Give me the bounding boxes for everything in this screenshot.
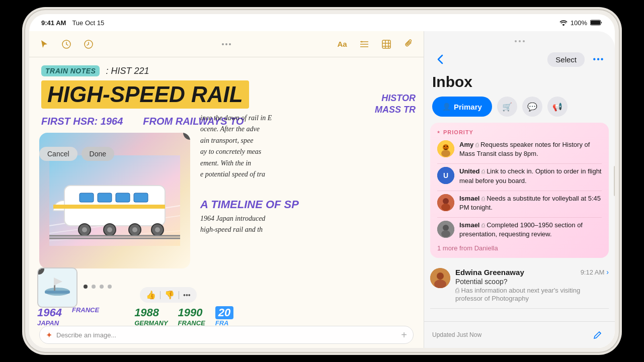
timeline-body-text: 1964 Japan introducedhigh-speed rail and… xyxy=(200,213,416,236)
attachment-icon[interactable] xyxy=(401,37,416,51)
sender-united: United xyxy=(459,167,479,175)
avatar-edwina xyxy=(430,268,450,288)
priority-item-ismael1[interactable]: Ismael ⎙ Needs a substitute for volleyba… xyxy=(437,194,602,212)
year-number-1988: 1988 xyxy=(134,306,159,319)
timeline-heading-area: A TIMELINE OF SP xyxy=(200,198,299,211)
priority-label-text: PRIORITY xyxy=(443,129,473,135)
notes-content: TRAIN NOTES : HIST 221 HIGH-SPEED RAIL H… xyxy=(29,57,424,348)
list-icon[interactable] xyxy=(357,37,371,51)
mail-item-content-edwina: Edwina Greenaway 9:12 AM › Potential sco… xyxy=(455,268,609,304)
mail-more-button[interactable]: ••• xyxy=(591,51,607,67)
year-france1: FRANCE xyxy=(72,306,99,314)
thumb-up-icon[interactable]: 👍 xyxy=(146,290,156,300)
cursor-icon[interactable] xyxy=(37,37,51,51)
thumbnail-svg xyxy=(40,273,75,303)
note-subtitle: : HIST 221 xyxy=(106,66,149,76)
mail-bottom-bar: Updated Just Now xyxy=(424,321,615,348)
avatar-amy xyxy=(437,140,454,157)
dot-1 xyxy=(222,43,224,45)
carousel-indicators xyxy=(84,285,112,289)
avatar-ismael2 xyxy=(437,221,454,238)
mail-top-dot-2 xyxy=(519,40,521,42)
battery-percent: 100% xyxy=(571,19,587,27)
sender-ismael2: Ismael xyxy=(459,221,479,229)
dot-2 xyxy=(225,43,227,45)
more-from-text[interactable]: 1 more from Daniella xyxy=(437,244,602,252)
year-number-1990: 1990 xyxy=(178,306,203,319)
priority-label: ⭑ PRIORITY xyxy=(437,129,602,135)
mail-select-button[interactable]: Select xyxy=(547,52,585,67)
year-20: 20 FRA xyxy=(215,306,233,327)
svg-point-28 xyxy=(132,227,137,232)
priority-divider-1 xyxy=(437,163,602,164)
year-number-20: 20 xyxy=(215,306,233,319)
mail-subject-edwina: Potential scoop? xyxy=(455,278,609,286)
svg-rect-22 xyxy=(53,205,165,209)
dot-indicator-1[interactable] xyxy=(84,285,88,289)
avatar-ismael1 xyxy=(437,194,454,211)
mail-top-dot-3 xyxy=(523,40,525,42)
svg-point-40 xyxy=(441,150,450,157)
dot-indicator-2[interactable] xyxy=(92,285,96,289)
ai-add-button[interactable]: + xyxy=(401,329,407,341)
svg-rect-8 xyxy=(382,40,390,48)
svg-rect-19 xyxy=(98,193,112,202)
mail-time-text: 9:12 AM xyxy=(581,268,605,276)
mail-list: Edwina Greenaway 9:12 AM › Potential sco… xyxy=(424,263,615,322)
svg-point-24 xyxy=(82,227,87,232)
inbox-title: Inbox xyxy=(424,73,615,97)
done-button[interactable]: Done xyxy=(82,147,114,161)
priority-divider-3 xyxy=(437,217,602,218)
priority-item-ismael2[interactable]: Ismael ⎙ Completed 1900–1950 section of … xyxy=(437,221,602,239)
svg-rect-21 xyxy=(134,193,148,202)
history-icon[interactable] xyxy=(59,37,73,51)
tab-shopping[interactable]: 🛒 xyxy=(497,97,517,117)
mail-sender-edwina: Edwina Greenaway xyxy=(455,268,524,277)
svg-point-49 xyxy=(443,225,449,231)
svg-point-30 xyxy=(155,227,160,232)
forward-icon-ismael1: ⎙ xyxy=(481,196,487,202)
svg-point-46 xyxy=(443,198,449,204)
note-subheading1: FIRST HSR: 1964 xyxy=(41,116,123,127)
redo-icon[interactable] xyxy=(82,37,96,51)
priority-divider-2 xyxy=(437,191,602,191)
mail-back-button[interactable] xyxy=(432,51,448,67)
priority-text-ismael1: Ismael ⎙ Needs a substitute for volleyba… xyxy=(459,194,602,212)
thumbnail-container: − xyxy=(37,267,77,308)
table-icon[interactable] xyxy=(379,37,393,51)
mail-panel: Select ••• Inbox 👤 Primary 🛒 💬 xyxy=(424,31,615,348)
year-label-france: FRANCE xyxy=(72,306,99,314)
forward-icon-amy: ⎙ xyxy=(475,142,480,148)
priority-text-united: United ⎙ Link to check in. Option to ord… xyxy=(459,167,602,185)
cancel-done-bar: Cancel Done xyxy=(39,147,114,161)
person-icon: 👤 xyxy=(442,103,451,111)
more-reactions-button[interactable]: ••• xyxy=(183,291,191,299)
tab-primary-label: Primary xyxy=(454,103,482,111)
priority-item-amy[interactable]: Amy ⎙ Requests speaker notes for History… xyxy=(437,140,602,158)
body-text-area: ince the dawn of rail in E ocene. After … xyxy=(200,113,416,184)
dot-indicator-3[interactable] xyxy=(100,285,104,289)
mail-top-dot-1 xyxy=(515,40,517,42)
thumb-down-icon[interactable]: 👎 xyxy=(165,290,175,300)
tab-primary[interactable]: 👤 Primary xyxy=(432,97,492,117)
text-format-icon[interactable]: Aa xyxy=(335,37,349,51)
svg-point-42 xyxy=(447,146,448,147)
year-1988: 1988 GERMANY xyxy=(134,306,168,327)
ai-placeholder-text[interactable]: Describe an image... xyxy=(56,331,116,339)
svg-point-26 xyxy=(107,227,112,232)
mail-item-header-edwina: Edwina Greenaway 9:12 AM › xyxy=(455,268,609,277)
mail-item-edwina[interactable]: Edwina Greenaway 9:12 AM › Potential sco… xyxy=(430,263,609,309)
mail-compose-button[interactable] xyxy=(589,326,607,344)
cancel-button[interactable]: Cancel xyxy=(39,147,77,161)
mail-time-edwina: 9:12 AM › xyxy=(581,268,609,276)
tab-social[interactable]: 💬 xyxy=(522,97,542,117)
wifi-icon xyxy=(559,20,568,26)
dot-indicator-4[interactable] xyxy=(108,285,112,289)
battery-icon xyxy=(590,20,603,26)
mail-header: Select ••• xyxy=(424,51,615,73)
priority-item-united[interactable]: U United ⎙ Link to check in. Option to o… xyxy=(437,167,602,185)
timeline-heading: A TIMELINE OF SP xyxy=(200,198,299,211)
image-remove-button[interactable]: − xyxy=(183,133,190,140)
tab-promotions[interactable]: 📢 xyxy=(547,97,568,117)
priority-text-ismael2: Ismael ⎙ Completed 1900–1950 section of … xyxy=(459,221,602,239)
